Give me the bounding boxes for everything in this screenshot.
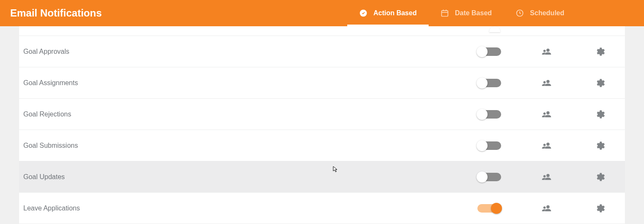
toggle-knob xyxy=(477,140,488,151)
page-title: Email Notifications xyxy=(8,7,102,19)
clock-icon xyxy=(516,9,524,17)
notification-row: Goal Assignments xyxy=(19,67,625,99)
toggle-switch[interactable] xyxy=(477,47,501,56)
svg-point-10 xyxy=(546,111,549,114)
notification-label: Goal Assignments xyxy=(19,79,460,87)
notification-row: Goal Submissions xyxy=(19,130,625,161)
svg-point-17 xyxy=(544,206,546,209)
people-icon[interactable] xyxy=(519,77,574,89)
notification-row: Goal Approvals xyxy=(19,36,625,67)
notification-row: Leave Applications xyxy=(19,193,625,224)
svg-point-6 xyxy=(546,48,549,51)
svg-point-7 xyxy=(544,50,546,52)
toggle-knob xyxy=(477,109,488,120)
svg-point-15 xyxy=(544,175,546,177)
partial-row-top xyxy=(19,26,625,36)
toggle-cell xyxy=(460,173,519,181)
svg-point-13 xyxy=(544,144,546,146)
notification-row: Goal Updates xyxy=(19,161,625,193)
tab-action-based[interactable]: Action Based xyxy=(347,0,429,26)
toggle-cell xyxy=(460,204,519,213)
notification-label: Goal Submissions xyxy=(19,142,460,149)
people-icon[interactable] xyxy=(519,108,574,120)
content-panel: Goal ApprovalsGoal AssignmentsGoal Rejec… xyxy=(19,26,625,224)
toggle-cell xyxy=(460,110,519,119)
toggle-knob xyxy=(477,46,488,57)
people-icon[interactable] xyxy=(519,171,574,183)
check-circle-icon xyxy=(359,9,368,17)
partial-toggle-knob xyxy=(489,26,500,32)
gear-icon[interactable] xyxy=(574,171,625,183)
toggle-cell xyxy=(460,141,519,150)
notification-row: Goal Rejections xyxy=(19,99,625,130)
svg-point-9 xyxy=(544,81,546,83)
people-icon[interactable] xyxy=(519,46,574,58)
gear-icon[interactable] xyxy=(574,203,625,214)
gear-icon[interactable] xyxy=(574,140,625,151)
notification-label: Goal Updates xyxy=(19,173,460,181)
svg-point-14 xyxy=(546,174,549,177)
notification-label: Leave Applications xyxy=(19,205,460,212)
svg-point-16 xyxy=(546,205,549,208)
tab-label: Date Based xyxy=(455,9,492,17)
people-icon[interactable] xyxy=(519,140,574,152)
calendar-icon xyxy=(440,9,449,17)
notification-label: Goal Approvals xyxy=(19,48,460,55)
svg-point-12 xyxy=(546,142,549,145)
toggle-switch[interactable] xyxy=(477,204,501,213)
svg-rect-1 xyxy=(441,11,448,16)
notification-label: Goal Rejections xyxy=(19,111,460,118)
toggle-knob xyxy=(491,203,502,214)
toggle-switch[interactable] xyxy=(477,79,501,87)
header-bar: Email Notifications Action Based Date Ba… xyxy=(0,0,644,26)
svg-point-8 xyxy=(546,80,549,83)
toggle-cell xyxy=(460,47,519,56)
tab-label: Action Based xyxy=(374,9,417,17)
toggle-cell xyxy=(460,79,519,87)
tabs-container: Action Based Date Based Scheduled xyxy=(347,0,576,26)
toggle-switch[interactable] xyxy=(477,173,501,181)
gear-icon[interactable] xyxy=(574,46,625,57)
toggle-knob xyxy=(477,171,488,183)
toggle-switch[interactable] xyxy=(477,110,501,119)
svg-point-11 xyxy=(544,112,546,115)
people-icon[interactable] xyxy=(519,202,574,214)
gear-icon[interactable] xyxy=(574,77,625,88)
gear-icon[interactable] xyxy=(574,109,625,120)
tab-scheduled[interactable]: Scheduled xyxy=(504,0,576,26)
tab-date-based[interactable]: Date Based xyxy=(429,0,504,26)
toggle-switch[interactable] xyxy=(477,141,501,150)
toggle-knob xyxy=(477,77,488,88)
tab-label: Scheduled xyxy=(530,9,564,17)
